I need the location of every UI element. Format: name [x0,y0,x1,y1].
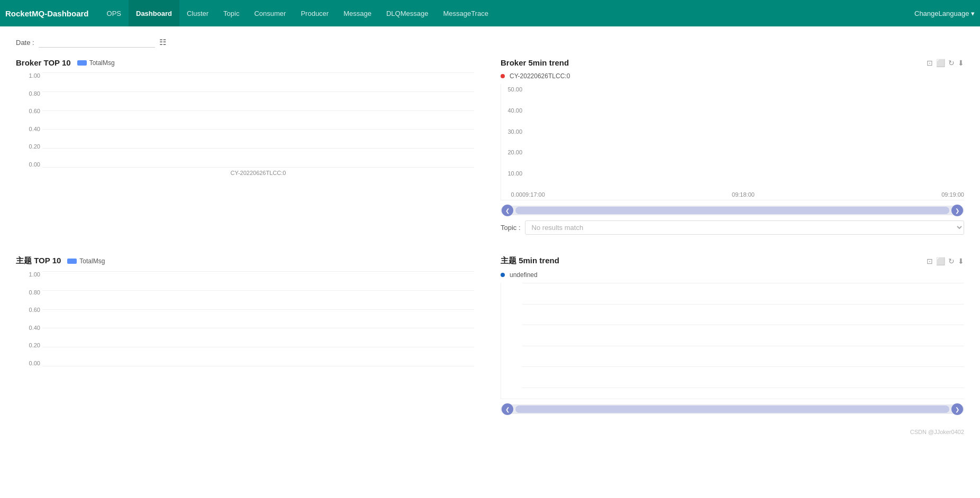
topic-top10-legend-label: TotalMsg [79,257,105,265]
topic-trend-legend-dot [501,273,505,277]
broker-trend-scrollbar-area: ❮ ❯ [501,206,964,215]
topic-fullscreen-icon[interactable]: ⬜ [936,257,945,265]
topic-select[interactable]: No results match [525,220,964,235]
footnote: CSDN @JJoker0402 [16,429,964,435]
topic-trend-chart [501,283,964,399]
broker-top10-legend-dot [77,60,87,66]
broker-trend-legend-dot [501,74,505,78]
topic-trend-header: 主题 5min trend ⊡ ⬜ ↻ ⬇ [501,256,964,266]
broker-trend-x-label-1: 09:17:00 [522,191,545,198]
navbar: RocketMQ-Dashboard OPS Dashboard Cluster… [0,0,980,26]
topic-label: Topic : [501,224,521,232]
refresh-icon[interactable]: ↻ [948,59,955,67]
broker-trend-chart: 50.00 40.00 30.00 20.00 10.00 0.00 [501,84,964,200]
scrollbar-right-btn[interactable]: ❯ [951,205,963,216]
scrollbar-left-btn[interactable]: ❮ [502,205,513,216]
topic-top10-gridlines [42,271,474,366]
broker-trend-scrollbar: ❮ ❯ [501,206,964,215]
nav-item-producer[interactable]: Producer [293,0,336,26]
broker-top10-x-label: CY-20220626TLCC:0 [231,170,286,176]
nav-item-dashboard[interactable]: Dashboard [129,0,179,26]
nav-item-messagetrace[interactable]: MessageTrace [435,0,496,26]
dashboard-grid: Broker TOP 10 TotalMsg 1.00 0.80 0.60 0.… [16,58,964,418]
broker-top10-title: Broker TOP 10 [16,58,71,67]
topic-scrollbar-left-btn[interactable]: ❮ [502,403,513,415]
topic-trend-scrollbar-area: ❮ ❯ [501,404,964,414]
topic-top10-y-axis: 1.00 0.80 0.60 0.40 0.20 0.00 [16,271,42,366]
broker-top10-y-axis: 1.00 0.80 0.60 0.40 0.20 0.00 [16,72,42,168]
broker-top10-panel: Broker TOP 10 TotalMsg 1.00 0.80 0.60 0.… [16,58,479,240]
topic-trend-legend-label: undefined [510,271,538,279]
nav-item-consumer[interactable]: Consumer [247,0,293,26]
topic-trend-y-axis [501,283,522,399]
topic-scrollbar-right-btn[interactable]: ❯ [951,403,963,415]
expand-icon[interactable]: ⊡ [927,59,933,67]
broker-trend-legend: CY-20220626TLCC:0 [501,72,964,80]
download-icon[interactable]: ⬇ [958,59,964,67]
topic-trend-scrollbar: ❮ ❯ [501,404,964,414]
broker-trend-panel: Broker 5min trend ⊡ ⬜ ↻ ⬇ CY-20220626TLC… [501,58,964,240]
broker-top10-legend-label: TotalMsg [89,59,115,67]
scrollbar-thumb[interactable] [515,207,949,214]
nav-item-message[interactable]: Message [336,0,379,26]
fullscreen-icon[interactable]: ⬜ [936,59,945,67]
topic-top10-title: 主题 TOP 10 [16,256,61,266]
topic-top10-chart-inner [42,271,474,366]
topic-trend-panel: 主题 5min trend ⊡ ⬜ ↻ ⬇ undefined [501,256,964,418]
broker-trend-title: Broker 5min trend [501,58,569,67]
topic-trend-tools: ⊡ ⬜ ↻ ⬇ [927,257,964,265]
broker-top10-header: Broker TOP 10 TotalMsg [16,58,479,67]
nav-items: OPS Dashboard Cluster Topic Consumer Pro… [99,0,914,26]
topic-trend-legend: undefined [501,271,964,279]
topic-top10-legend: TotalMsg [67,257,105,265]
calendar-icon[interactable]: ☷ [159,38,166,47]
broker-trend-y-axis: 50.00 40.00 30.00 20.00 10.00 0.00 [501,84,522,200]
topic-top10-header: 主题 TOP 10 TotalMsg [16,256,479,266]
topic-top10-legend-dot [67,259,77,264]
svg-point-0 [520,101,524,105]
broker-trend-x-label-2: 09:18:00 [732,191,755,198]
topic-top10-x-axis [42,366,474,377]
nav-item-ops[interactable]: OPS [99,0,129,26]
broker-top10-chart: 1.00 0.80 0.60 0.40 0.20 0.00 [16,72,479,178]
topic-expand-icon[interactable]: ⊡ [927,257,933,265]
date-label: Date : [16,39,34,47]
nav-item-cluster[interactable]: Cluster [179,0,216,26]
brand[interactable]: RocketMQ-Dashboard [5,9,89,18]
topic-trend-chart-inner [522,283,964,388]
nav-item-dlqmessage[interactable]: DLQMessage [379,0,435,26]
nav-right: ChangeLanguage ▾ [914,10,975,17]
date-row: Date : ☷ [16,37,964,48]
topic-scrollbar-thumb[interactable] [515,405,949,413]
broker-trend-header: Broker 5min trend ⊡ ⬜ ↻ ⬇ [501,58,964,67]
broker-top10-chart-inner [42,72,474,168]
broker-trend-tools: ⊡ ⬜ ↻ ⬇ [927,59,964,67]
broker-trend-legend-label: CY-20220626TLCC:0 [510,72,570,80]
change-language-button[interactable]: ChangeLanguage ▾ [914,10,975,17]
date-input[interactable] [39,37,155,48]
topic-top10-chart: 1.00 0.80 0.60 0.40 0.20 0.00 [16,271,479,377]
broker-trend-x-label-3: 09:19:00 [941,191,964,198]
topic-trend-title: 主题 5min trend [501,256,559,266]
broker-top10-legend: TotalMsg [77,59,115,67]
topic-top10-panel: 主题 TOP 10 TotalMsg 1.00 0.80 0.60 0.40 0… [16,256,479,418]
nav-item-topic[interactable]: Topic [216,0,247,26]
broker-top10-gridlines [42,72,474,168]
broker-trend-x-axis: 09:17:00 09:18:00 09:19:00 [522,189,964,200]
topic-download-icon[interactable]: ⬇ [958,257,964,265]
broker-top10-x-axis: CY-20220626TLCC:0 [42,168,474,178]
topic-trend-gridlines [522,283,964,388]
topic-refresh-icon[interactable]: ↻ [948,257,955,265]
topic-selector-row: Topic : No results match [501,220,964,235]
main-content: Date : ☷ Broker TOP 10 TotalMsg 1.00 0.8… [0,26,980,498]
